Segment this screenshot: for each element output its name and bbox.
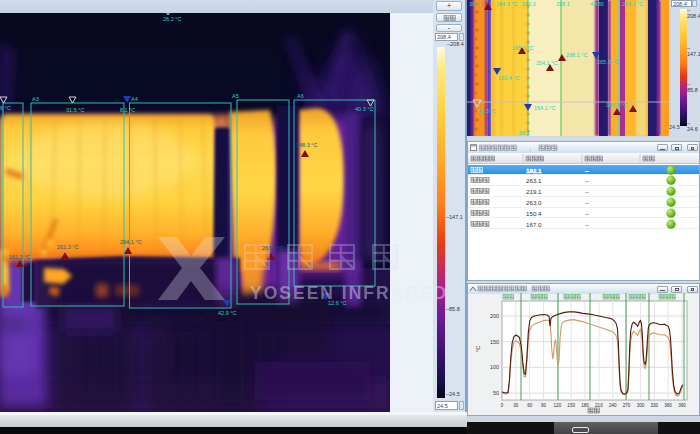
svg-text:YOSEEN INFRARED: YOSEEN INFRARED [250, 283, 448, 303]
